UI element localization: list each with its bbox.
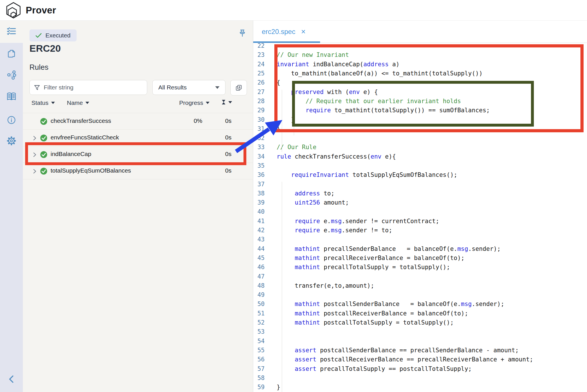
line-number: 23 bbox=[253, 51, 265, 58]
rule-progress: 0% bbox=[194, 117, 202, 124]
column-status-label: Status bbox=[31, 99, 49, 106]
rule-name: envfreeFuncsStaticCheck bbox=[51, 134, 119, 141]
line-number: 36 bbox=[253, 171, 265, 178]
table-row[interactable]: indBalanceCap0s bbox=[23, 146, 253, 163]
rule-name: totalSupplyEqSumOfBalances bbox=[51, 167, 131, 174]
table-row[interactable]: totalSupplyEqSumOfBalances0s bbox=[23, 163, 253, 179]
duplicate-view-button[interactable] bbox=[230, 80, 247, 95]
spec-editor: erc20.spec × 2223// Our new Invariant24i… bbox=[253, 21, 587, 392]
check-icon bbox=[35, 33, 42, 38]
docs-book-icon bbox=[6, 92, 17, 101]
line-number: 27 bbox=[253, 89, 265, 95]
rule-duration: 0s bbox=[225, 167, 231, 174]
rule-duration: 0s bbox=[225, 117, 231, 124]
tab-label: erc20.spec bbox=[262, 28, 295, 36]
code-line: 36 requireInvariant totalSupplyEqSumOfBa… bbox=[253, 170, 587, 179]
line-number: 56 bbox=[253, 356, 265, 363]
duration-hourglass-icon bbox=[221, 99, 226, 105]
column-name[interactable]: Name bbox=[67, 99, 89, 106]
code-view: 2223// Our new Invariant24invariant indB… bbox=[253, 41, 587, 392]
rule-duration: 0s bbox=[225, 134, 231, 141]
line-number: 31 bbox=[253, 125, 265, 132]
rule-duration: 0s bbox=[225, 151, 231, 157]
line-number: 25 bbox=[253, 70, 265, 77]
line-number: 44 bbox=[253, 245, 265, 252]
tab-erc20-spec[interactable]: erc20.spec × bbox=[253, 21, 313, 43]
column-progress-label: Progress bbox=[179, 99, 203, 106]
line-number: 22 bbox=[253, 42, 265, 49]
close-icon[interactable]: × bbox=[301, 28, 306, 36]
status-success-icon bbox=[40, 118, 47, 125]
table-row[interactable]: checkTransferSuccess0%0s bbox=[23, 113, 253, 130]
code-line: 55 assert postcallSenderBalance == preca… bbox=[253, 346, 587, 355]
code-line: 34rule checkTransferSuccess(env e){ bbox=[253, 152, 587, 161]
expand-chevron-icon[interactable] bbox=[33, 169, 36, 174]
chevron-left-icon bbox=[8, 375, 15, 383]
chevron-down-icon bbox=[215, 86, 219, 89]
pin-button[interactable] bbox=[237, 29, 247, 39]
results-filter-select[interactable]: All Results bbox=[152, 80, 225, 95]
table-row[interactable]: envfreeFuncsStaticCheck0s bbox=[23, 130, 253, 146]
sidebar-collapse[interactable] bbox=[0, 370, 23, 388]
line-number: 59 bbox=[253, 384, 265, 391]
code-line: 27 preserved with (env e) { bbox=[253, 87, 587, 96]
line-number: 32 bbox=[253, 135, 265, 141]
sidebar-item-info[interactable] bbox=[0, 111, 23, 129]
page-title: ERC20 bbox=[29, 43, 61, 54]
line-number: 51 bbox=[253, 310, 265, 317]
line-number: 55 bbox=[253, 347, 265, 354]
sort-caret-icon bbox=[206, 102, 209, 104]
filter-input-wrap bbox=[29, 80, 147, 95]
code-line: 53 bbox=[253, 327, 587, 336]
filter-string-input[interactable] bbox=[43, 84, 139, 91]
code-line: 33// Our Rule bbox=[253, 143, 587, 152]
code-line: 37 bbox=[253, 179, 587, 189]
line-number: 54 bbox=[253, 338, 265, 345]
code-line: 59} bbox=[253, 383, 587, 392]
line-number: 30 bbox=[253, 116, 265, 123]
code-line: 58 bbox=[253, 373, 587, 383]
sidebar-item-rules[interactable] bbox=[0, 21, 23, 43]
line-number: 41 bbox=[253, 218, 265, 225]
code-line: 43 bbox=[253, 235, 587, 244]
sidebar-item-docs[interactable] bbox=[0, 87, 23, 106]
code-line: 35 bbox=[253, 161, 587, 170]
indent-guide bbox=[294, 117, 294, 135]
column-status[interactable]: Status bbox=[31, 99, 55, 106]
column-duration[interactable] bbox=[221, 99, 232, 105]
sidebar-item-settings[interactable] bbox=[0, 132, 23, 150]
line-number: 52 bbox=[253, 319, 265, 326]
sidebar-item-call-graph[interactable] bbox=[0, 66, 23, 84]
column-progress[interactable]: Progress bbox=[179, 99, 209, 106]
line-number: 38 bbox=[253, 190, 265, 197]
status-success-icon bbox=[40, 167, 47, 175]
line-number: 47 bbox=[253, 273, 265, 280]
line-number: 46 bbox=[253, 264, 265, 271]
sort-caret-icon bbox=[51, 102, 55, 104]
line-number: 24 bbox=[253, 61, 265, 68]
sidebar-item-files[interactable] bbox=[0, 45, 23, 63]
code-line: 30 } bbox=[253, 115, 587, 124]
code-line: 50 mathint postcallSenderBalance = balan… bbox=[253, 299, 587, 309]
sort-caret-icon bbox=[85, 102, 89, 104]
call-graph-icon bbox=[7, 70, 16, 80]
status-badge-label: Executed bbox=[45, 32, 71, 39]
line-number: 57 bbox=[253, 365, 265, 372]
code-line: 32 bbox=[253, 133, 587, 143]
code-line: 44 mathint precallSenderBalance = balanc… bbox=[253, 244, 587, 253]
code-line: 57 assert precallTotalSupply == postcall… bbox=[253, 364, 587, 373]
code-line: 38 address to; bbox=[253, 189, 587, 198]
line-number: 37 bbox=[253, 181, 265, 188]
code-line: 28 // Require that our earlier invariant… bbox=[253, 97, 587, 106]
line-number: 48 bbox=[253, 282, 265, 289]
line-number: 50 bbox=[253, 301, 265, 307]
line-number: 29 bbox=[253, 107, 265, 114]
expand-chevron-icon[interactable] bbox=[33, 136, 36, 141]
rule-name: indBalanceCap bbox=[51, 151, 91, 157]
code-line: 24invariant indBalanceCap(address a) bbox=[253, 60, 587, 69]
icon-rail bbox=[0, 21, 23, 392]
line-number: 28 bbox=[253, 98, 265, 105]
code-line: 51 mathint postcallReceiverBalance = bal… bbox=[253, 309, 587, 318]
line-number: 35 bbox=[253, 162, 265, 169]
expand-chevron-icon[interactable] bbox=[33, 152, 36, 157]
